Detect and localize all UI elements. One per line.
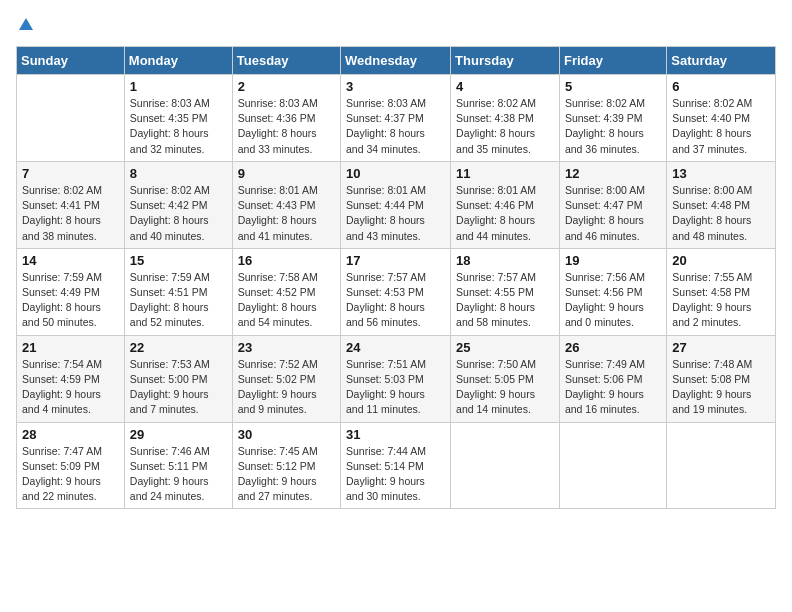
calendar-cell: 28Sunrise: 7:47 AMSunset: 5:09 PMDayligh… — [17, 422, 125, 509]
day-detail: Sunrise: 7:44 AMSunset: 5:14 PMDaylight:… — [346, 444, 445, 505]
calendar-cell: 23Sunrise: 7:52 AMSunset: 5:02 PMDayligh… — [232, 335, 340, 422]
day-number: 30 — [238, 427, 335, 442]
calendar-header-friday: Friday — [559, 47, 666, 75]
calendar-cell — [667, 422, 776, 509]
day-detail: Sunrise: 8:01 AMSunset: 4:44 PMDaylight:… — [346, 183, 445, 244]
day-number: 6 — [672, 79, 770, 94]
calendar-week-row: 28Sunrise: 7:47 AMSunset: 5:09 PMDayligh… — [17, 422, 776, 509]
calendar-cell: 24Sunrise: 7:51 AMSunset: 5:03 PMDayligh… — [341, 335, 451, 422]
day-number: 11 — [456, 166, 554, 181]
day-detail: Sunrise: 7:55 AMSunset: 4:58 PMDaylight:… — [672, 270, 770, 331]
calendar-cell: 27Sunrise: 7:48 AMSunset: 5:08 PMDayligh… — [667, 335, 776, 422]
calendar-cell: 18Sunrise: 7:57 AMSunset: 4:55 PMDayligh… — [451, 248, 560, 335]
day-detail: Sunrise: 7:59 AMSunset: 4:51 PMDaylight:… — [130, 270, 227, 331]
day-number: 21 — [22, 340, 119, 355]
day-detail: Sunrise: 8:00 AMSunset: 4:47 PMDaylight:… — [565, 183, 661, 244]
calendar-cell: 5Sunrise: 8:02 AMSunset: 4:39 PMDaylight… — [559, 75, 666, 162]
page-header — [16, 16, 776, 34]
day-detail: Sunrise: 7:56 AMSunset: 4:56 PMDaylight:… — [565, 270, 661, 331]
calendar-cell — [17, 75, 125, 162]
calendar-cell — [451, 422, 560, 509]
calendar-cell: 11Sunrise: 8:01 AMSunset: 4:46 PMDayligh… — [451, 161, 560, 248]
day-number: 27 — [672, 340, 770, 355]
day-number: 31 — [346, 427, 445, 442]
day-detail: Sunrise: 7:57 AMSunset: 4:53 PMDaylight:… — [346, 270, 445, 331]
day-number: 8 — [130, 166, 227, 181]
day-detail: Sunrise: 7:46 AMSunset: 5:11 PMDaylight:… — [130, 444, 227, 505]
day-number: 18 — [456, 253, 554, 268]
day-number: 22 — [130, 340, 227, 355]
calendar-cell: 6Sunrise: 8:02 AMSunset: 4:40 PMDaylight… — [667, 75, 776, 162]
day-number: 14 — [22, 253, 119, 268]
calendar-header-monday: Monday — [124, 47, 232, 75]
day-number: 1 — [130, 79, 227, 94]
logo — [16, 16, 36, 34]
calendar-cell: 1Sunrise: 8:03 AMSunset: 4:35 PMDaylight… — [124, 75, 232, 162]
day-detail: Sunrise: 7:50 AMSunset: 5:05 PMDaylight:… — [456, 357, 554, 418]
day-detail: Sunrise: 7:49 AMSunset: 5:06 PMDaylight:… — [565, 357, 661, 418]
day-number: 16 — [238, 253, 335, 268]
day-detail: Sunrise: 8:02 AMSunset: 4:38 PMDaylight:… — [456, 96, 554, 157]
day-detail: Sunrise: 7:48 AMSunset: 5:08 PMDaylight:… — [672, 357, 770, 418]
day-detail: Sunrise: 7:52 AMSunset: 5:02 PMDaylight:… — [238, 357, 335, 418]
day-number: 15 — [130, 253, 227, 268]
day-number: 12 — [565, 166, 661, 181]
day-detail: Sunrise: 7:58 AMSunset: 4:52 PMDaylight:… — [238, 270, 335, 331]
calendar-week-row: 21Sunrise: 7:54 AMSunset: 4:59 PMDayligh… — [17, 335, 776, 422]
logo-icon — [17, 16, 35, 34]
day-number: 23 — [238, 340, 335, 355]
day-detail: Sunrise: 8:03 AMSunset: 4:36 PMDaylight:… — [238, 96, 335, 157]
calendar-week-row: 7Sunrise: 8:02 AMSunset: 4:41 PMDaylight… — [17, 161, 776, 248]
calendar-header-tuesday: Tuesday — [232, 47, 340, 75]
calendar-cell: 25Sunrise: 7:50 AMSunset: 5:05 PMDayligh… — [451, 335, 560, 422]
day-number: 24 — [346, 340, 445, 355]
calendar-cell: 31Sunrise: 7:44 AMSunset: 5:14 PMDayligh… — [341, 422, 451, 509]
calendar-table: SundayMondayTuesdayWednesdayThursdayFrid… — [16, 46, 776, 509]
day-detail: Sunrise: 7:51 AMSunset: 5:03 PMDaylight:… — [346, 357, 445, 418]
day-number: 28 — [22, 427, 119, 442]
calendar-header-thursday: Thursday — [451, 47, 560, 75]
svg-marker-0 — [19, 18, 33, 30]
calendar-cell: 10Sunrise: 8:01 AMSunset: 4:44 PMDayligh… — [341, 161, 451, 248]
day-detail: Sunrise: 8:01 AMSunset: 4:43 PMDaylight:… — [238, 183, 335, 244]
calendar-header-saturday: Saturday — [667, 47, 776, 75]
day-detail: Sunrise: 7:57 AMSunset: 4:55 PMDaylight:… — [456, 270, 554, 331]
day-number: 4 — [456, 79, 554, 94]
day-detail: Sunrise: 7:54 AMSunset: 4:59 PMDaylight:… — [22, 357, 119, 418]
calendar-cell: 16Sunrise: 7:58 AMSunset: 4:52 PMDayligh… — [232, 248, 340, 335]
day-number: 13 — [672, 166, 770, 181]
calendar-header-sunday: Sunday — [17, 47, 125, 75]
calendar-cell: 12Sunrise: 8:00 AMSunset: 4:47 PMDayligh… — [559, 161, 666, 248]
day-number: 19 — [565, 253, 661, 268]
day-detail: Sunrise: 8:02 AMSunset: 4:40 PMDaylight:… — [672, 96, 770, 157]
calendar-cell — [559, 422, 666, 509]
calendar-cell: 22Sunrise: 7:53 AMSunset: 5:00 PMDayligh… — [124, 335, 232, 422]
day-detail: Sunrise: 8:02 AMSunset: 4:41 PMDaylight:… — [22, 183, 119, 244]
calendar-header-wednesday: Wednesday — [341, 47, 451, 75]
calendar-cell: 3Sunrise: 8:03 AMSunset: 4:37 PMDaylight… — [341, 75, 451, 162]
calendar-cell: 21Sunrise: 7:54 AMSunset: 4:59 PMDayligh… — [17, 335, 125, 422]
calendar-cell: 4Sunrise: 8:02 AMSunset: 4:38 PMDaylight… — [451, 75, 560, 162]
day-detail: Sunrise: 8:03 AMSunset: 4:35 PMDaylight:… — [130, 96, 227, 157]
day-detail: Sunrise: 7:47 AMSunset: 5:09 PMDaylight:… — [22, 444, 119, 505]
calendar-cell: 29Sunrise: 7:46 AMSunset: 5:11 PMDayligh… — [124, 422, 232, 509]
calendar-cell: 19Sunrise: 7:56 AMSunset: 4:56 PMDayligh… — [559, 248, 666, 335]
day-number: 29 — [130, 427, 227, 442]
day-number: 7 — [22, 166, 119, 181]
day-detail: Sunrise: 7:45 AMSunset: 5:12 PMDaylight:… — [238, 444, 335, 505]
day-detail: Sunrise: 7:59 AMSunset: 4:49 PMDaylight:… — [22, 270, 119, 331]
day-number: 26 — [565, 340, 661, 355]
calendar-cell: 15Sunrise: 7:59 AMSunset: 4:51 PMDayligh… — [124, 248, 232, 335]
day-number: 9 — [238, 166, 335, 181]
day-number: 17 — [346, 253, 445, 268]
calendar-cell: 2Sunrise: 8:03 AMSunset: 4:36 PMDaylight… — [232, 75, 340, 162]
day-detail: Sunrise: 8:03 AMSunset: 4:37 PMDaylight:… — [346, 96, 445, 157]
calendar-cell: 20Sunrise: 7:55 AMSunset: 4:58 PMDayligh… — [667, 248, 776, 335]
day-number: 2 — [238, 79, 335, 94]
calendar-cell: 30Sunrise: 7:45 AMSunset: 5:12 PMDayligh… — [232, 422, 340, 509]
calendar-header-row: SundayMondayTuesdayWednesdayThursdayFrid… — [17, 47, 776, 75]
day-number: 10 — [346, 166, 445, 181]
calendar-cell: 17Sunrise: 7:57 AMSunset: 4:53 PMDayligh… — [341, 248, 451, 335]
day-detail: Sunrise: 8:00 AMSunset: 4:48 PMDaylight:… — [672, 183, 770, 244]
calendar-cell: 7Sunrise: 8:02 AMSunset: 4:41 PMDaylight… — [17, 161, 125, 248]
